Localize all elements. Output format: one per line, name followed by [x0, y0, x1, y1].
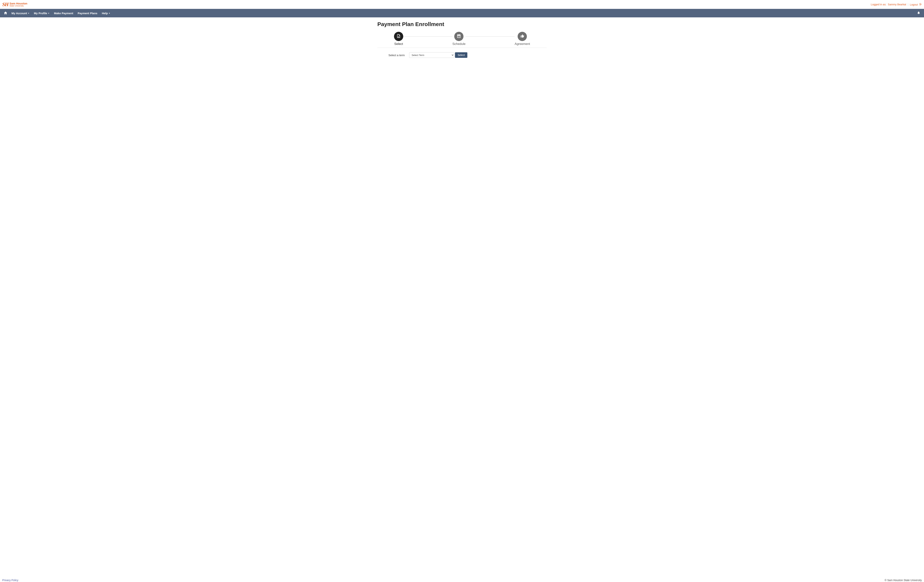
- footer-left: Privacy Policy: [2, 579, 18, 582]
- main-navbar: My Account ▼ My Profile ▼ Make Payment P…: [0, 9, 924, 17]
- logout-icon: [919, 3, 922, 6]
- logo-area[interactable]: SH Sam Houston State University: [2, 2, 27, 7]
- select-button[interactable]: Select: [455, 52, 467, 58]
- step-circle-agreement: [518, 32, 527, 41]
- nav-label: Payment Plans: [78, 12, 97, 15]
- logout-link[interactable]: Logout: [910, 3, 922, 6]
- calendar-icon: [457, 34, 461, 39]
- notifications-button[interactable]: [916, 11, 922, 15]
- select-term-label: Select a term: [388, 54, 405, 57]
- step-label: Agreement: [515, 42, 530, 46]
- logo-initials: SH: [2, 2, 8, 7]
- stepper: Select Schedule Agreement: [394, 32, 530, 46]
- nav-my-account[interactable]: My Account ▼: [10, 10, 31, 17]
- home-icon: [4, 11, 7, 15]
- divider: |: [908, 3, 909, 6]
- nav-my-profile[interactable]: My Profile ▼: [32, 10, 51, 17]
- step-agreement: Agreement: [515, 32, 530, 46]
- logged-in-label: Logged in as:: [871, 3, 886, 6]
- nav-label: My Profile: [34, 12, 47, 15]
- privacy-policy-link[interactable]: Privacy Policy: [2, 579, 18, 582]
- nav-label: Make Payment: [54, 12, 73, 15]
- footer-copyright: © Sam Houston State University: [884, 579, 922, 582]
- nav-label: My Account: [12, 12, 27, 15]
- caret-down-icon: ▼: [109, 12, 110, 14]
- header-bar: SH Sam Houston State University Logged i…: [0, 0, 924, 9]
- nav-label: Help: [102, 12, 108, 15]
- caret-down-icon: ▼: [28, 12, 30, 14]
- bell-icon: [917, 12, 920, 15]
- step-circle-schedule: [454, 32, 464, 41]
- caret-down-icon: ▼: [48, 12, 50, 14]
- nav-home[interactable]: [2, 9, 9, 17]
- section-divider: [377, 48, 547, 48]
- select-group: Select Term Select: [409, 52, 467, 58]
- footer: Privacy Policy © Sam Houston State Unive…: [0, 578, 924, 582]
- thumbs-up-icon: [520, 34, 525, 39]
- nav-payment-plans[interactable]: Payment Plans: [76, 10, 99, 17]
- user-name-link[interactable]: Sammy Bearkat: [888, 3, 906, 6]
- logo-subtitle: State University: [10, 5, 27, 7]
- logo-name: Sam Houston: [10, 2, 27, 5]
- page-title: Payment Plan Enrollment: [377, 21, 547, 27]
- step-schedule: Schedule: [452, 32, 465, 46]
- header-right: Logged in as: Sammy Bearkat | Logout: [871, 3, 922, 6]
- nav-left: My Account ▼ My Profile ▼ Make Payment P…: [2, 9, 112, 17]
- step-label: Select: [394, 42, 403, 46]
- select-term-form: Select a term Select Term Select: [377, 52, 547, 58]
- main-content: Payment Plan Enrollment Select Schedule: [375, 17, 549, 578]
- document-icon: [396, 34, 401, 39]
- step-label: Schedule: [452, 42, 465, 46]
- term-select[interactable]: Select Term: [409, 52, 454, 58]
- logo-text: Sam Houston State University: [10, 2, 27, 7]
- step-select: Select: [394, 32, 403, 46]
- logout-label: Logout: [910, 3, 918, 6]
- step-circle-select: [394, 32, 403, 41]
- nav-make-payment[interactable]: Make Payment: [52, 10, 75, 17]
- nav-help[interactable]: Help ▼: [100, 10, 112, 17]
